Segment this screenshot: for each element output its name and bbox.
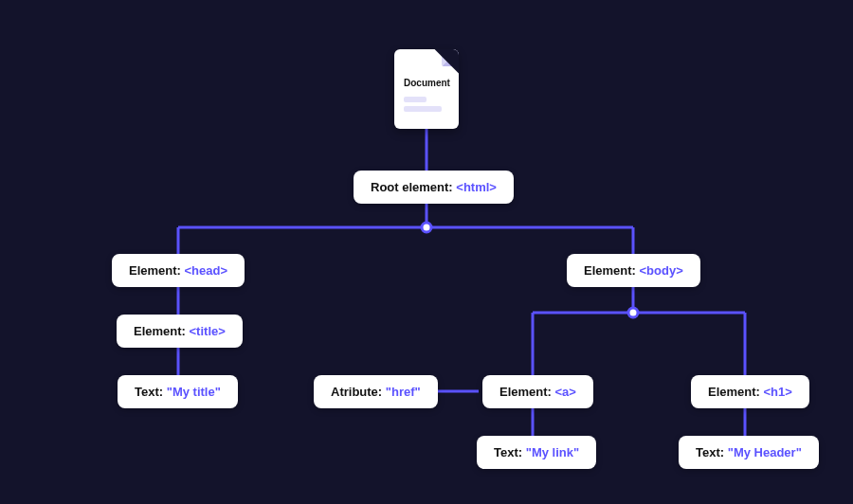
node-value: "My Header" — [728, 445, 802, 459]
svg-point-15 — [628, 308, 638, 317]
node-text-my-title: Text: "My title" — [118, 375, 238, 408]
node-prefix: Root element: — [371, 180, 456, 194]
node-root-html: Root element: <html> — [354, 171, 514, 204]
node-prefix: Element: — [129, 263, 185, 278]
svg-point-14 — [422, 223, 431, 232]
node-prefix: Text: — [135, 385, 167, 399]
node-value: "My title" — [167, 385, 221, 399]
document-label: Document — [404, 78, 450, 88]
node-tag: <h1> — [764, 385, 792, 399]
node-element-h1: Element: <h1> — [691, 375, 809, 408]
node-element-head: Element: <head> — [112, 254, 245, 287]
node-prefix: Element: — [134, 324, 190, 338]
node-prefix: Element: — [708, 385, 764, 399]
node-prefix: Atribute: — [331, 385, 386, 399]
node-prefix: Element: — [584, 263, 640, 278]
node-tag: <a> — [555, 385, 576, 399]
node-tag: <title> — [190, 324, 226, 338]
node-tag: <html> — [456, 180, 497, 194]
node-text-my-header: Text: "My Header" — [679, 436, 819, 469]
node-value: "href" — [386, 385, 421, 399]
node-element-body: Element: <body> — [567, 254, 700, 287]
node-tag: <head> — [185, 263, 228, 278]
node-element-title: Element: <title> — [117, 315, 243, 348]
node-attribute-href: Atribute: "href" — [314, 375, 438, 408]
node-value: "My link" — [526, 445, 579, 459]
node-tag: <body> — [640, 263, 683, 278]
node-prefix: Text: — [696, 445, 728, 459]
node-element-a: Element: <a> — [482, 375, 593, 408]
dom-tree-diagram: Document Root element: <html> Element: <… — [0, 0, 853, 504]
node-text-my-link: Text: "My link" — [477, 436, 596, 469]
node-prefix: Text: — [494, 445, 526, 459]
node-prefix: Element: — [499, 385, 555, 399]
document-icon: Document — [394, 49, 459, 129]
